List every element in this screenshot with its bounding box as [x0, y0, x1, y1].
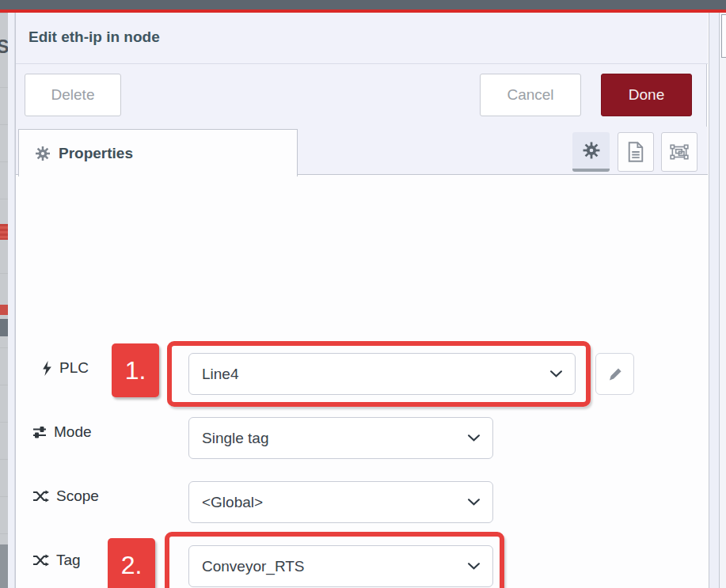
- plc-select-value: Line4: [202, 366, 239, 383]
- mode-field-label: Mode: [32, 423, 92, 441]
- background-panel-strip: [8, 13, 15, 588]
- done-button[interactable]: Done: [601, 74, 692, 116]
- bolt-icon: [42, 361, 52, 376]
- dialog-title: Edit eth-ip in node: [29, 28, 160, 46]
- chevron-down-icon: [468, 434, 480, 442]
- scope-select[interactable]: <Global>: [188, 481, 493, 523]
- edit-node-dialog: Edit eth-ip in node Delete Cancel Done: [15, 13, 707, 588]
- background-gray-node: [0, 319, 8, 336]
- browser-top-bar: [0, 0, 726, 9]
- edit-plc-config-button[interactable]: [595, 353, 634, 395]
- description-tab-button[interactable]: [618, 132, 654, 172]
- background-footer-sliver: [0, 544, 8, 588]
- plc-select[interactable]: Line4: [188, 353, 576, 395]
- chevron-down-icon: [468, 499, 480, 506]
- scope-field-label: Scope: [32, 487, 99, 505]
- appearance-tab-button[interactable]: [661, 132, 697, 172]
- shuffle-icon: [32, 554, 49, 567]
- shuffle-icon: [32, 490, 49, 503]
- gear-icon: [583, 142, 600, 159]
- appearance-icon: [669, 142, 690, 161]
- background-workspace-sliver: S: [0, 13, 8, 588]
- annotation-badge-1: 1.: [112, 343, 159, 397]
- cancel-button[interactable]: Cancel: [480, 74, 581, 116]
- chevron-down-icon: [468, 563, 480, 570]
- pencil-icon: [607, 366, 623, 382]
- properties-form: PLC 1. Line4: [16, 175, 708, 588]
- mode-select[interactable]: Single tag: [188, 417, 493, 459]
- screen: S Edit eth-ip in node Delete Cancel Done: [0, 0, 726, 588]
- background-right-sliver: [720, 13, 726, 588]
- background-red-node: [0, 224, 8, 240]
- dialog-header: Edit eth-ip in node: [16, 13, 708, 64]
- tab-properties[interactable]: Properties: [18, 129, 298, 176]
- annotation-badge-2: 2.: [108, 538, 155, 588]
- tag-select[interactable]: Conveyor_RTS: [188, 545, 493, 587]
- background-partial-panel: [721, 14, 726, 58]
- dialog-scrollbar-track[interactable]: [709, 13, 720, 588]
- plc-field-label: PLC: [42, 359, 89, 377]
- gear-icon: [35, 146, 51, 161]
- document-icon: [627, 142, 644, 162]
- tab-properties-label: Properties: [59, 145, 133, 162]
- tag-select-value: Conveyor_RTS: [202, 558, 305, 575]
- mode-select-value: Single tag: [202, 430, 269, 447]
- sliders-icon: [32, 425, 47, 439]
- tag-field-label: Tag: [32, 552, 81, 569]
- delete-button[interactable]: Delete: [25, 74, 121, 116]
- properties-tab-button[interactable]: [572, 132, 610, 172]
- scope-select-value: <Global>: [202, 494, 263, 511]
- chevron-down-icon: [550, 370, 562, 377]
- background-red-node: [0, 305, 8, 315]
